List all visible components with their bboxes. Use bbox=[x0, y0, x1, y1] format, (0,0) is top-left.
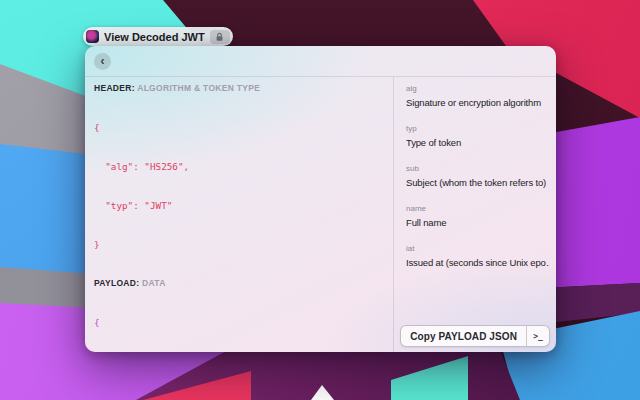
definition-item: typ Type of token bbox=[406, 124, 550, 149]
claim-description: Subject (whom the token refers to) bbox=[406, 177, 550, 189]
code-panel: HEADER: ALGORITHM & TOKEN TYPE { "alg": … bbox=[85, 77, 393, 352]
definition-item: name Full name bbox=[406, 204, 550, 229]
code-line: "alg": "HS256", bbox=[94, 160, 385, 173]
window-header: ‹ bbox=[85, 46, 556, 77]
claim-key: sub bbox=[406, 164, 550, 174]
header-sublabel: ALGORITHM & TOKEN TYPE bbox=[137, 83, 260, 93]
claim-key: iat bbox=[406, 244, 550, 254]
code-line: "typ": "JWT" bbox=[94, 199, 385, 212]
command-pill[interactable]: View Decoded JWT bbox=[83, 27, 233, 46]
app-icon bbox=[86, 30, 99, 43]
claim-description: Full name bbox=[406, 217, 550, 229]
code-line: } bbox=[94, 238, 385, 251]
command-pill-title: View Decoded JWT bbox=[104, 31, 205, 43]
copy-button-label: Copy PAYLOAD JSON bbox=[401, 326, 526, 346]
definitions-panel: alg Signature or encryption algorithm ty… bbox=[394, 77, 556, 352]
definition-item: alg Signature or encryption algorithm bbox=[406, 84, 550, 109]
claim-description: Type of token bbox=[406, 137, 550, 149]
payload-label: PAYLOAD: bbox=[94, 278, 139, 288]
decoded-jwt-window: ‹ HEADER: ALGORITHM & TOKEN TYPE { "alg"… bbox=[85, 46, 556, 352]
payload-section-label: PAYLOAD: DATA bbox=[94, 277, 385, 290]
payload-sublabel: DATA bbox=[142, 278, 166, 288]
header-label: HEADER: bbox=[94, 83, 135, 93]
claim-key: name bbox=[406, 204, 550, 214]
copy-payload-json-button[interactable]: Copy PAYLOAD JSON >_ bbox=[400, 325, 550, 347]
claim-description: Signature or encryption algorithm bbox=[406, 97, 550, 109]
desktop: View Decoded JWT ‹ HEADER: ALGORITHM & T… bbox=[0, 0, 640, 400]
header-json: { "alg": "HS256", "typ": "JWT" } bbox=[94, 95, 385, 277]
back-button[interactable]: ‹ bbox=[94, 53, 111, 70]
window-body: HEADER: ALGORITHM & TOKEN TYPE { "alg": … bbox=[85, 77, 556, 352]
lock-icon bbox=[210, 30, 230, 44]
header-section-label: HEADER: ALGORITHM & TOKEN TYPE bbox=[94, 82, 385, 95]
code-line: { bbox=[94, 316, 385, 329]
code-line: { bbox=[94, 121, 385, 134]
claim-key: alg bbox=[406, 84, 550, 94]
claim-key: typ bbox=[406, 124, 550, 134]
payload-json: { "sub": "1234567890", "name": "John Doe… bbox=[94, 290, 385, 352]
definition-item: iat Issued at (seconds since Unix epo… bbox=[406, 244, 550, 269]
chevron-left-icon: ‹ bbox=[101, 54, 105, 68]
definition-item: sub Subject (whom the token refers to) bbox=[406, 164, 550, 189]
terminal-prompt-icon: >_ bbox=[526, 326, 549, 346]
claim-description: Issued at (seconds since Unix epo… bbox=[406, 257, 550, 269]
